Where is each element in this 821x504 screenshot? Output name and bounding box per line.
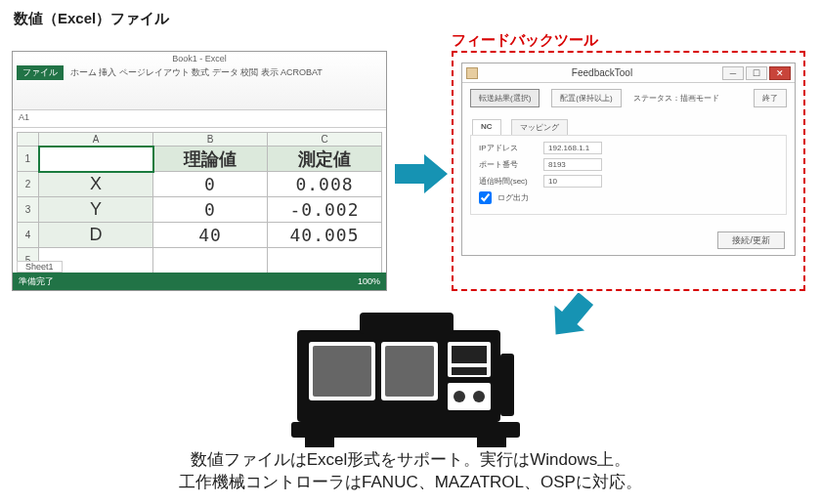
fb-tabs: NC マッピング <box>462 113 795 135</box>
col-head-A[interactable]: A <box>39 133 153 147</box>
excel-status-bar: 準備完了 100% <box>13 273 386 290</box>
fb-toolbar: 転送結果(選択) 配置(保持以上) ステータス：描画モード 終了 <box>462 83 795 113</box>
col-head-B[interactable]: B <box>153 133 268 147</box>
fb-ip-label: IPアドレス <box>479 143 538 153</box>
svg-marker-0 <box>395 154 448 193</box>
fb-log-label: ログ出力 <box>497 192 529 203</box>
caption-text: 数値ファイルはExcel形式をサポート。実行はWindows上。 工作機械コント… <box>0 449 821 494</box>
cell-A4[interactable]: D <box>39 223 153 248</box>
svg-rect-13 <box>452 346 487 363</box>
fb-timeout-input[interactable]: 10 <box>543 175 602 188</box>
fb-log-checkbox[interactable] <box>479 191 492 204</box>
cell-B4[interactable]: 40 <box>153 223 268 248</box>
label-feedback-tool: フィードバックツール <box>452 31 598 50</box>
fb-send-button[interactable]: 転送結果(選択) <box>470 89 540 107</box>
cell-C2[interactable]: 0.008 <box>268 172 382 197</box>
excel-ribbon: Book1 - Excel ファイル ホーム 挿入 ページレイアウト 数式 デー… <box>13 52 386 110</box>
fb-tab-mapping[interactable]: マッピング <box>511 119 568 135</box>
excel-app-title: Book1 - Excel <box>172 54 227 63</box>
sheet-corner[interactable] <box>18 133 39 147</box>
fb-window-title: FeedbackTool <box>484 67 720 78</box>
window-minimize-icon[interactable]: ─ <box>722 66 744 80</box>
feedback-tool-frame: FeedbackTool ─ ☐ ✕ 転送結果(選択) 配置(保持以上) ステー… <box>452 51 805 291</box>
svg-rect-7 <box>500 354 514 416</box>
excel-sheet-tab[interactable]: Sheet1 <box>17 261 63 273</box>
row-head-1[interactable]: 1 <box>18 147 39 172</box>
svg-rect-5 <box>477 438 506 447</box>
excel-status-left: 準備完了 <box>19 275 54 288</box>
cell-A3[interactable]: Y <box>39 197 153 223</box>
fb-top-close-button[interactable]: 終了 <box>754 89 787 107</box>
fb-param-area: IPアドレス 192.168.1.1 ポート番号 8193 通信時間(sec) … <box>470 135 787 215</box>
svg-marker-1 <box>547 293 594 340</box>
fb-titlebar: FeedbackTool ─ ☐ ✕ <box>462 63 795 83</box>
excel-file-tab[interactable]: ファイル <box>17 65 64 80</box>
svg-rect-14 <box>452 367 487 375</box>
fb-measure-button[interactable]: 配置(保持以上) <box>551 89 621 107</box>
excel-sheet[interactable]: A B C 1 理論値 測定値 2 X 0 0.008 3 Y 0 -0.002 <box>17 132 382 273</box>
feedback-tool-window: FeedbackTool ─ ☐ ✕ 転送結果(選択) 配置(保持以上) ステー… <box>461 63 796 256</box>
svg-rect-10 <box>313 346 371 397</box>
cnc-machine-icon <box>291 313 520 449</box>
cell-B2[interactable]: 0 <box>153 172 268 197</box>
cell-A1[interactable] <box>39 147 153 172</box>
svg-rect-6 <box>360 313 454 334</box>
caption-line-1: 数値ファイルはExcel形式をサポート。実行はWindows上。 <box>0 449 821 472</box>
svg-rect-11 <box>385 346 434 397</box>
cell-B3[interactable]: 0 <box>153 197 268 223</box>
fb-port-input[interactable]: 8193 <box>543 158 602 171</box>
excel-window: Book1 - Excel ファイル ホーム 挿入 ページレイアウト 数式 デー… <box>12 51 387 291</box>
fb-app-icon <box>466 67 478 79</box>
svg-point-17 <box>473 391 485 402</box>
cell-C1[interactable]: 測定値 <box>268 147 382 172</box>
excel-name-box[interactable]: A1 <box>13 110 386 128</box>
cell-C5[interactable] <box>268 248 382 273</box>
excel-zoom[interactable]: 100% <box>358 276 380 286</box>
col-head-C[interactable]: C <box>268 133 382 147</box>
cell-B5[interactable] <box>153 248 268 273</box>
fb-timeout-label: 通信時間(sec) <box>479 176 538 187</box>
excel-ribbon-tabs[interactable]: ホーム 挿入 ページレイアウト 数式 データ 校閲 表示 ACROBAT <box>70 67 323 77</box>
arrow-down-right-icon <box>547 293 594 340</box>
svg-rect-3 <box>291 422 520 438</box>
cell-B1[interactable]: 理論値 <box>153 147 268 172</box>
label-excel-file: 数値（Excel）ファイル <box>14 10 169 28</box>
row-head-2[interactable]: 2 <box>18 172 39 197</box>
window-close-icon[interactable]: ✕ <box>769 66 791 80</box>
cell-C4[interactable]: 40.005 <box>268 223 382 248</box>
row-head-4[interactable]: 4 <box>18 223 39 248</box>
svg-point-16 <box>454 391 465 402</box>
arrow-right-icon <box>395 154 448 193</box>
fb-connect-button[interactable]: 接続/更新 <box>717 231 785 249</box>
cell-C3[interactable]: -0.002 <box>268 197 382 223</box>
cell-A2[interactable]: X <box>39 172 153 197</box>
fb-status-text: ステータス：描画モード <box>633 93 719 104</box>
window-maximize-icon[interactable]: ☐ <box>746 66 767 80</box>
row-head-3[interactable]: 3 <box>18 197 39 223</box>
fb-port-label: ポート番号 <box>479 159 538 170</box>
caption-line-2: 工作機械コントローラはFANUC、MAZATROL、OSPに対応。 <box>0 472 821 494</box>
fb-ip-input[interactable]: 192.168.1.1 <box>543 142 602 154</box>
fb-tab-nc[interactable]: NC <box>472 119 501 135</box>
svg-rect-4 <box>305 438 334 447</box>
